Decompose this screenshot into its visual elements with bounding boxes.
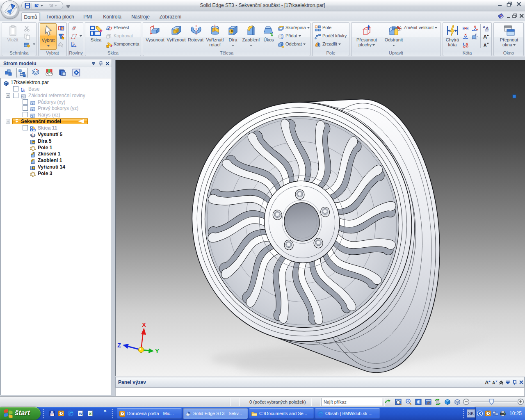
tray-network-icon[interactable] [492,410,499,417]
graphics-viewport[interactable]: X Z Y [115,60,525,376]
ribbon-button-copy[interactable] [24,32,32,39]
qat-customize-button[interactable] [66,3,71,9]
ribbon-button-font-up[interactable]: A [482,32,490,39]
taskbar-button-2[interactable]: C:\Documents and Se... [249,408,314,419]
ribbon-button-pod-l-k-ivky[interactable]: Podél křivky [315,32,347,39]
ribbon-button-zm-nit-velikost[interactable]: Změnit velikost [396,24,437,31]
ribbon-button-dim-coordinate[interactable] [462,41,470,48]
tray-printer-icon[interactable] [500,410,506,417]
ribbon-button-dim-datum[interactable] [471,32,479,39]
tree-toolbar-configurations-icon[interactable] [57,68,68,78]
ribbon-button-komponenta[interactable]: Komponenta [106,41,139,48]
ribbon-button-p-idat[interactable]: Přidat [278,32,301,39]
ribbon-button-plane-coincident[interactable] [71,24,78,31]
tree-item-pole-3[interactable]: Pole 3 [1,170,111,177]
undo-button[interactable] [34,2,43,9]
ribbon-button-vybrat[interactable]: Vybrat [40,23,57,50]
ribbon-button-vy-znut-rotac[interactable]: Vyříznutírotací [205,23,225,50]
ribbon-button-p-epnout-okna[interactable]: Přepnoutokna [497,23,521,50]
ribbon-button-p-en-st[interactable]: Přenést [106,24,129,31]
tree-checkbox[interactable] [13,93,18,98]
tree-toolbar-gauge-icon[interactable] [43,68,55,78]
tree-expander[interactable]: − [6,93,10,98]
panel-pin-icon[interactable] [98,61,103,67]
status-wireframe-icon[interactable] [454,398,461,406]
doc-close-button[interactable] [519,14,524,19]
ribbon-button-odebrat[interactable]: Odebrat [278,41,306,48]
ribbon-button-paste-special[interactable] [24,41,35,48]
tray-mail-icon[interactable] [485,410,491,417]
quicklaunch-excel-icon[interactable]: X [87,410,94,417]
ribbon-button-pole[interactable]: Pole [315,24,331,31]
tree-item-zaoblen-1[interactable]: Zaoblení 1 [1,157,111,164]
tree-item-vysunut-5[interactable]: Vysunutí 5 [1,131,111,138]
prompt-menu-icon[interactable] [504,379,511,386]
ribbon-button-scissors[interactable] [24,24,32,31]
ribbon-button-filter-select[interactable] [58,32,66,39]
tree-toolbar-layers-icon[interactable] [30,68,41,78]
tab-1[interactable]: Tvorba ploch [43,12,77,21]
ribbon-button-dim-symmetric[interactable] [462,32,470,39]
tab-3[interactable]: Kontrola [100,12,125,21]
minimize-button[interactable] [496,2,504,8]
panel-menu-icon[interactable] [91,61,96,67]
prompt-pin-icon[interactable] [511,379,518,386]
taskbar-button-3[interactable]: eObsah | BMWklub.sk ... [315,408,380,419]
status-shaded-icon[interactable] [444,398,451,406]
ribbon-button-skica[interactable]: Skica [87,23,105,50]
tree-checkbox[interactable] [23,125,28,130]
status-pan-icon[interactable] [425,398,432,406]
ribbon-button-plane-more[interactable] [71,32,82,39]
ribbon-button-vy-znout[interactable]: Vyříznout [166,23,187,50]
tree-expander[interactable]: − [6,119,10,123]
save-button[interactable] [24,2,31,9]
help-button[interactable]: ? [498,13,504,19]
taskbar-button-1[interactable]: Solid Edge ST3 - Sekv... [183,408,248,419]
prompt-collapse-icon[interactable] [498,379,504,386]
tab-4[interactable]: Nástroje [128,12,153,21]
restore-button[interactable] [506,2,513,8]
tree-checkbox[interactable] [13,86,18,91]
tree-item-n-rys-xz[interactable]: Nárys (xz) [1,112,111,118]
tree-checkbox[interactable] [23,105,28,111]
quicklaunch-floppy-icon[interactable] [49,410,55,417]
zoom-in-button[interactable] [517,398,524,406]
ribbon-button-zrcadlit[interactable]: Zrcadlit [315,41,341,48]
ribbon-button-text-style[interactable]: AA [482,24,490,31]
tree-toolbar-library-icon[interactable] [3,68,14,78]
doc-minimize-button[interactable] [507,14,511,19]
tree-checkbox[interactable] [23,112,28,117]
ribbon-button-font-down[interactable]: A [482,41,490,48]
ribbon-button-rotovat[interactable]: Rotovat [187,23,205,50]
doc-restore-button[interactable] [512,14,518,19]
tree-item-zkosen-1[interactable]: Zkosení 1 [1,151,111,157]
tree-item-p-dorys-xy[interactable]: Půdorys (xy) [1,99,111,105]
quicklaunch-word-icon[interactable]: W [77,410,84,417]
ribbon-button-dim-distance[interactable] [462,24,470,31]
prompt-font-increase-icon[interactable]: A [484,379,491,386]
tree-toolbar-gear-icon[interactable] [71,68,82,78]
tree-item-vy-znut-14[interactable]: Vyříznutí 14 [1,164,111,170]
ribbon-button-p-esunout-plochy[interactable]: Přesunoutplochy [353,23,380,50]
tab-2[interactable]: PMI [80,12,96,21]
quicklaunch-overflow[interactable]: » [104,408,107,414]
tree-item-pole-1[interactable]: Pole 1 [1,144,111,151]
tree-checkbox[interactable] [23,99,28,105]
ribbon-button-sko-epina[interactable]: Skořepina [278,24,310,31]
ribbon-button-d-ra[interactable]: Díra [225,23,241,50]
zoom-slider-track[interactable] [471,402,517,402]
status-next-icon[interactable] [384,398,391,405]
tree-item-d-ra-5[interactable]: Díra 5 [1,138,111,144]
application-menu-button[interactable] [1,0,19,19]
ribbon-button-chytr-k-ta[interactable]: Chytrákóta [444,23,461,50]
status-zoom-icon[interactable] [405,398,412,406]
panel-close-icon[interactable] [105,61,110,67]
ribbon-button-vlo-it[interactable]: Vložit [3,23,22,50]
status-zoom-area-icon[interactable] [395,398,402,406]
command-finder-input[interactable]: Najít příkaz [322,398,382,406]
quicklaunch-mail-icon[interactable] [58,410,64,417]
zoom-slider-thumb[interactable] [489,399,494,406]
start-button[interactable]: štart [0,407,41,420]
prompt-close-icon[interactable] [518,379,525,386]
ribbon-button-dim-angle[interactable] [471,24,479,31]
